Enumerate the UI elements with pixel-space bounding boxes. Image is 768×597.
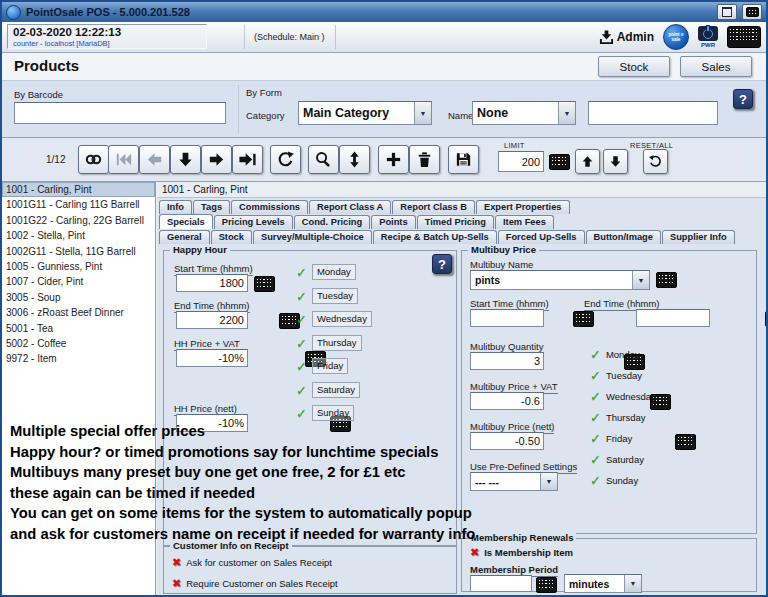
list-item[interactable]: 1007 - Cider, Pint <box>2 274 155 289</box>
keyboard-icon[interactable] <box>573 311 594 327</box>
tab-survey-multiple-choice[interactable]: Survey/Multiple-Choice <box>253 230 372 244</box>
day-toggle-friday[interactable]: ✓ Friday <box>590 432 632 445</box>
list-item[interactable]: 1002 - Stella, Pint <box>2 228 155 243</box>
list-item[interactable]: 1001G22 - Carling, 22G Barrell <box>2 213 155 228</box>
restore-button[interactable] <box>717 4 737 20</box>
tab-cond-pricing[interactable]: Cond. Pricing <box>294 215 370 229</box>
tab-item-fees[interactable]: Item Fees <box>495 215 554 229</box>
keyboard-icon[interactable] <box>675 434 696 450</box>
delete-button[interactable] <box>409 145 440 174</box>
keyboard-icon[interactable] <box>254 276 275 292</box>
chain-link-button[interactable] <box>78 145 109 174</box>
tab-pricing-levels[interactable]: Pricing Levels <box>214 215 293 229</box>
jump-first-button[interactable] <box>108 145 139 174</box>
day-toggle-saturday[interactable]: ✓ Saturday <box>590 453 644 466</box>
save-button[interactable] <box>448 145 479 174</box>
mb-end-time-input[interactable] <box>636 309 710 327</box>
multibuy-name-select[interactable]: pints ▼ <box>470 270 650 290</box>
toggle-ask-customer[interactable]: ✖ Ask for customer on Sales Receipt <box>172 557 332 568</box>
tab-info[interactable]: Info <box>159 200 192 214</box>
tab-stock[interactable]: Stock <box>211 230 252 244</box>
sales-button[interactable]: Sales <box>680 56 752 77</box>
membership-period-unit-select[interactable]: minutes ▼ <box>564 574 642 593</box>
day-toggle-wednesday[interactable]: ✓ Wednesday <box>296 311 372 327</box>
day-toggle-saturday[interactable]: ✓ Saturday <box>296 382 360 398</box>
start-time-input[interactable] <box>176 274 248 292</box>
hh-price-vat-input[interactable] <box>176 349 248 367</box>
nav-down-button[interactable] <box>170 145 201 174</box>
sort-button[interactable] <box>339 145 370 174</box>
group-title: Customer Info on Receipt <box>170 540 292 551</box>
admin-button[interactable]: Admin <box>599 30 654 45</box>
tab-button-image[interactable]: Button/Image <box>586 230 661 244</box>
tab-timed-pricing[interactable]: Timed Pricing <box>417 215 494 229</box>
day-toggle-thursday[interactable]: ✓ Thursday <box>590 411 646 424</box>
keyboard-icon[interactable] <box>536 577 557 593</box>
help-button[interactable]: ? <box>432 254 452 274</box>
move-up-button[interactable] <box>575 149 600 174</box>
help-button[interactable]: ? <box>733 89 753 109</box>
list-item[interactable]: 1005 - Gunniess, Pint <box>2 259 155 274</box>
tab-report-class-a[interactable]: Report Class A <box>309 200 391 214</box>
membership-period-input[interactable] <box>470 575 532 592</box>
hh-price-nett-input[interactable] <box>176 414 248 432</box>
tab-specials[interactable]: Specials <box>159 214 213 229</box>
keyboard-icon[interactable] <box>656 272 677 288</box>
list-item[interactable]: 3005 - Soup <box>2 290 155 305</box>
list-item[interactable]: 5002 - Coffee <box>2 336 155 351</box>
power-button[interactable]: PWR <box>698 26 718 48</box>
tab-expert-properties[interactable]: Expert Properties <box>476 200 570 214</box>
day-toggle-wednesday[interactable]: ✓ Wednesday <box>590 390 656 403</box>
tab-tags[interactable]: Tags <box>193 200 230 214</box>
limit-label: LIMIT <box>504 141 525 150</box>
name-select[interactable]: None ▼ <box>472 101 576 125</box>
stock-button[interactable]: Stock <box>598 56 670 77</box>
toggle-require-customer[interactable]: ✖ Require Customer on Sales Receipt <box>172 578 338 589</box>
tab-forced-up-sells[interactable]: Forced Up-Sells <box>498 230 585 244</box>
day-toggle-sunday[interactable]: ✓ Sunday <box>590 474 638 487</box>
day-toggle-tuesday[interactable]: ✓ Tuesday <box>590 369 642 382</box>
toggle-is-membership-item[interactable]: ✖ Is Membership Item <box>470 547 573 558</box>
barcode-input[interactable] <box>14 102 226 124</box>
reset-all-button[interactable] <box>643 149 668 174</box>
add-button[interactable] <box>378 145 409 174</box>
list-item[interactable]: 1002G11 - Stella, 11G Barrell <box>2 244 155 259</box>
end-time-input[interactable] <box>176 311 248 329</box>
tab-recipe-batch-up-sells[interactable]: Recipe & Batch Up-Sells <box>373 230 497 244</box>
day-toggle-monday[interactable]: ✓ Monday <box>296 264 356 280</box>
multibuy-quantity-input[interactable] <box>470 352 544 370</box>
tab-supplier-info[interactable]: Supplier Info <box>662 230 735 244</box>
tab-points[interactable]: Points <box>371 215 415 229</box>
day-toggle-monday[interactable]: ✓ Monday <box>590 348 640 361</box>
nav-next-button[interactable] <box>201 145 232 174</box>
predefined-settings-select[interactable]: --- --- ▼ <box>470 472 558 491</box>
list-item[interactable]: 1001 - Carling, Pint <box>2 182 155 197</box>
day-toggle-sunday[interactable]: ✓ Sunday <box>296 405 354 421</box>
tab-general[interactable]: General <box>159 230 210 244</box>
move-down-button[interactable] <box>603 149 628 174</box>
arrow-down-icon <box>176 150 195 169</box>
window-keyboard-button[interactable] <box>742 4 762 20</box>
day-toggle-tuesday[interactable]: ✓ Tuesday <box>296 288 358 304</box>
multibuy-price-nett-input[interactable] <box>470 432 544 450</box>
list-item[interactable]: 3006 - zRoast Beef Dinner <box>2 305 155 320</box>
nav-back-button[interactable] <box>139 145 170 174</box>
tab-report-class-b[interactable]: Report Class B <box>392 200 475 214</box>
refresh-button[interactable] <box>270 145 301 174</box>
list-item[interactable]: 9972 - Item <box>2 351 155 366</box>
nav-last-button[interactable] <box>232 145 263 174</box>
limit-input[interactable] <box>498 151 544 172</box>
day-toggle-thursday[interactable]: ✓ Thursday <box>296 335 362 351</box>
day-toggle-friday[interactable]: ✓ Friday <box>296 358 348 374</box>
list-item[interactable]: 5001 - Tea <box>2 321 155 336</box>
onscreen-keyboard-button[interactable] <box>727 26 761 48</box>
name-filter-input[interactable] <box>588 101 718 125</box>
multibuy-price-vat-input[interactable] <box>470 392 544 410</box>
category-select[interactable]: Main Category ▼ <box>298 101 432 125</box>
search-button[interactable] <box>308 145 339 174</box>
list-item[interactable]: 1001G11 - Carling 11G Barrell <box>2 197 155 212</box>
power-icon <box>698 26 718 41</box>
keyboard-icon[interactable] <box>549 154 570 170</box>
mb-start-time-input[interactable] <box>470 309 544 327</box>
tab-commissions[interactable]: Commissions <box>231 200 308 214</box>
